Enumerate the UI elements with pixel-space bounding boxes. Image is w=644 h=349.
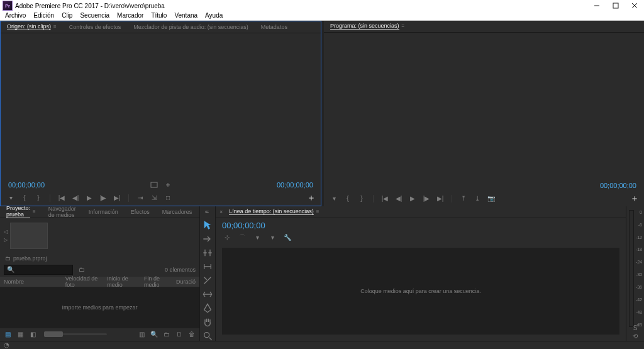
snap-icon[interactable]: ⊹: [222, 233, 232, 243]
col-duracion[interactable]: Duració: [172, 279, 199, 285]
half-res-icon[interactable]: [163, 180, 173, 190]
find-icon[interactable]: 🔍: [149, 330, 159, 340]
new-bin-icon[interactable]: 🗀: [162, 330, 172, 340]
timeline-tc[interactable]: 00;00;00;00: [222, 221, 619, 230]
zoom-slider[interactable]: [44, 333, 107, 335]
menu-ventana[interactable]: Ventana: [170, 12, 201, 19]
add-marker-icon[interactable]: ▾: [329, 194, 339, 204]
rate-stretch-tool-icon[interactable]: [203, 262, 213, 272]
menu-archivo[interactable]: Archivo: [1, 12, 30, 19]
tab-controles-efectos[interactable]: Controles de efectos: [63, 21, 128, 33]
timeline-settings-icon[interactable]: ▾: [267, 233, 277, 243]
add-marker-icon[interactable]: ▾: [252, 233, 262, 243]
source-tc-right[interactable]: 00;00;00;00: [277, 181, 313, 189]
tab-metadatos[interactable]: Metadatos: [255, 21, 294, 33]
mark-in-icon[interactable]: {: [343, 194, 353, 204]
project-dropzone[interactable]: Importe medios para empezar: [0, 287, 199, 328]
overwrite-icon[interactable]: ⇲: [149, 193, 159, 203]
col-nombre[interactable]: Nombre: [0, 279, 62, 285]
solo-icon[interactable]: S: [633, 324, 638, 331]
minimize-button[interactable]: [587, 0, 606, 11]
tab-origen[interactable]: Origen: (sin clips) ≡: [1, 21, 63, 33]
next-item-icon[interactable]: ▷: [4, 237, 8, 243]
button-editor-icon[interactable]: ＋: [307, 192, 316, 204]
panel-menu-icon[interactable]: ≡: [316, 209, 319, 214]
tab-marcadores[interactable]: Marcadores: [156, 206, 199, 218]
track-select-tool-icon[interactable]: [203, 234, 213, 244]
button-editor-icon[interactable]: ＋: [630, 193, 639, 204]
new-item-icon[interactable]: 🗋: [174, 330, 184, 340]
search-input[interactable]: 🔍: [4, 265, 73, 275]
hand-tool-icon[interactable]: [203, 317, 213, 327]
mark-out-icon[interactable]: }: [357, 194, 367, 204]
menu-secuencia[interactable]: Secuencia: [76, 12, 113, 19]
tab-efectos[interactable]: Efectos: [125, 206, 156, 218]
program-tc-right[interactable]: 00;00;00;00: [600, 182, 636, 189]
play-icon[interactable]: ▶: [408, 194, 418, 204]
preview-thumb[interactable]: [10, 223, 48, 249]
col-inicio[interactable]: Inicio de medio: [103, 275, 140, 288]
panel-menu-icon[interactable]: ≡: [53, 24, 57, 30]
source-transport: ▾ { } |◀ ◀| ▶ |▶ ▶| ⇥ ⇲ □ ＋: [1, 191, 321, 206]
pen-tool-icon[interactable]: [203, 303, 213, 313]
delete-icon[interactable]: 🗑: [187, 330, 197, 340]
source-tc-left[interactable]: 00;00;00;00: [8, 181, 45, 189]
goto-out-icon[interactable]: ▶|: [112, 193, 122, 203]
slip-tool-icon[interactable]: [203, 289, 213, 299]
menu-clip[interactable]: Clip: [58, 12, 76, 19]
tab-mezclador[interactable]: Mezclador de pista de audio: (sin secuen…: [127, 21, 255, 33]
play-icon[interactable]: ▶: [84, 193, 94, 203]
program-viewer[interactable]: [324, 33, 644, 180]
extract-icon[interactable]: ⤓: [472, 194, 482, 204]
razor-tool-icon[interactable]: [203, 275, 213, 285]
tab-informacion[interactable]: Información: [82, 206, 125, 218]
tab-programa-label: Programa: (sin secuencias): [330, 23, 399, 30]
tab-proyecto[interactable]: Proyecto: prueba≡: [0, 206, 42, 218]
zoom-tool-icon[interactable]: [203, 331, 213, 341]
mark-in-icon[interactable]: {: [19, 193, 30, 203]
step-back-icon[interactable]: ◀|: [394, 194, 404, 204]
col-fin[interactable]: Fin de medio: [140, 275, 172, 288]
prev-item-icon[interactable]: ◁: [4, 229, 8, 235]
selection-tool-icon[interactable]: [203, 220, 213, 230]
mark-out-icon[interactable]: }: [33, 193, 43, 203]
svg-rect-0: [613, 3, 618, 8]
tabs-overflow-icon[interactable]: »: [198, 206, 214, 218]
tab-navegador-medios[interactable]: Navegador de medios: [42, 206, 82, 218]
lift-icon[interactable]: ⤒: [458, 194, 469, 204]
mute-icon[interactable]: ⟲: [633, 333, 638, 340]
tab-linea-tiempo[interactable]: Línea de tiempo: (sin secuencias)≡: [223, 206, 325, 218]
meter-scale: 0 -6 -12 -18 -24 -30 -36 -42 -48 dB: [630, 210, 642, 327]
close-button[interactable]: [625, 0, 644, 11]
menu-ayuda[interactable]: Ayuda: [201, 12, 226, 19]
auto-sequence-icon[interactable]: ▥: [136, 330, 147, 340]
export-frame-icon[interactable]: 📷: [486, 194, 496, 204]
fit-icon[interactable]: [149, 180, 159, 190]
maximize-button[interactable]: [606, 0, 625, 11]
add-marker-icon[interactable]: ▾: [6, 193, 16, 203]
icon-view-icon[interactable]: ▦: [15, 330, 25, 340]
list-view-icon[interactable]: ▤: [3, 330, 13, 340]
goto-out-icon[interactable]: ▶|: [435, 194, 445, 204]
ripple-edit-tool-icon[interactable]: [203, 248, 213, 258]
step-fwd-icon[interactable]: |▶: [421, 194, 431, 204]
goto-in-icon[interactable]: |◀: [57, 193, 67, 203]
col-velocidad[interactable]: Velocidad de foto: [62, 275, 104, 288]
tab-programa[interactable]: Programa: (sin secuencias) ≡: [324, 21, 411, 32]
panel-menu-icon[interactable]: ≡: [33, 209, 36, 214]
menu-marcador[interactable]: Marcador: [113, 12, 147, 19]
panel-menu-icon[interactable]: ≡: [402, 23, 405, 29]
wrench-icon[interactable]: 🔧: [282, 233, 292, 243]
menu-edicion[interactable]: Edición: [30, 12, 58, 19]
freeform-view-icon[interactable]: ◧: [28, 330, 38, 340]
timeline-dropzone[interactable]: Coloque medios aquí para crear una secue…: [222, 248, 619, 335]
filter-bin-icon[interactable]: 🗀: [77, 265, 87, 275]
step-fwd-icon[interactable]: |▶: [98, 193, 108, 203]
step-back-icon[interactable]: ◀|: [70, 193, 80, 203]
linked-selection-icon[interactable]: ⌒: [237, 233, 247, 243]
export-frame-icon[interactable]: □: [163, 193, 173, 203]
insert-icon[interactable]: ⇥: [135, 193, 145, 203]
source-viewer[interactable]: [1, 33, 321, 179]
goto-in-icon[interactable]: |◀: [380, 194, 390, 204]
menu-titulo[interactable]: Título: [147, 12, 170, 19]
